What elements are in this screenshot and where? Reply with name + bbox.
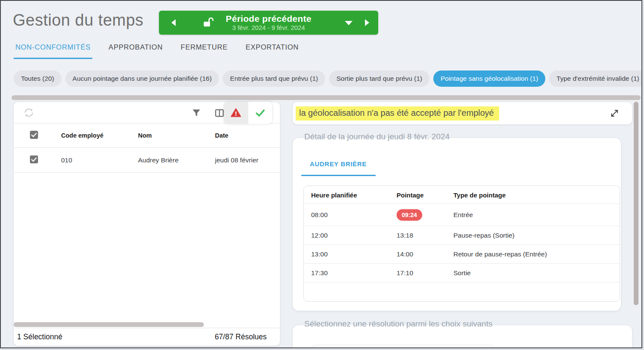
select-all-checkbox[interactable] (30, 131, 38, 140)
table-horizontal-scrollbar-thumb[interactable] (14, 322, 204, 327)
grid-toolbar (14, 102, 280, 124)
filter-chip-aucun-pointage[interactable]: Aucun pointage dans une journée planifié… (65, 71, 219, 87)
filter-button[interactable] (186, 102, 206, 124)
cell-type-pointage: Sortie (453, 269, 471, 277)
selected-count: 1 Sélectionné (17, 332, 62, 341)
nonconformities-panel: Code employé Nom Date 010 Audrey Brière … (14, 102, 280, 346)
day-detail-card: AUDREY BRIÈRE Heure planifiée Pointage T… (293, 138, 621, 311)
cell-heure-planifiee: 17:30 (311, 269, 328, 277)
resolved-count: 67/87 Résolues (215, 332, 267, 341)
columns-icon (214, 108, 225, 118)
punch-row: 12:00 13:18 Pause-repas (Sortie) (304, 226, 620, 245)
table-header-row: Code employé Nom Date (14, 124, 280, 148)
cell-heure-planifiee: 12:00 (311, 232, 328, 239)
filter-chip-entree-plus-tard[interactable]: Entrée plus tard que prévu (1) (223, 71, 325, 87)
gestion-du-temps-window: Gestion du temps Période précédente 3 fé… (0, 0, 642, 348)
column-header-heure-planifiee: Heure planifiée (311, 191, 357, 198)
main-tabs: NON-CONFORMITÉS APPROBATION FERMETURE EX… (14, 43, 300, 59)
punch-row: 08:00 09:24 Entrée (304, 204, 620, 226)
resolution-card (293, 325, 632, 348)
refresh-icon (23, 107, 35, 118)
punch-row: 13:00 14:00 Retour de pause-repas (Entré… (304, 245, 620, 264)
cell-pointage: 13:18 (397, 232, 413, 239)
column-header-pointage: Pointage (397, 191, 423, 198)
punch-table: Heure planifiée Pointage Type de pointag… (303, 185, 620, 302)
resolution-select[interactable] (313, 345, 492, 348)
cell-type-pointage: Pause-repas (Sortie) (453, 232, 515, 239)
resolution-legend: Sélectionnez une résolution parmi les ch… (304, 319, 492, 329)
cell-pointage: 14:00 (397, 250, 413, 258)
punch-table-footer (304, 282, 620, 302)
punch-table-header: Heure planifiée Pointage Type de pointag… (304, 186, 620, 204)
cell-heure-planifiee: 08:00 (311, 211, 328, 219)
funnel-icon (191, 108, 202, 118)
late-punch-badge: 09:24 (397, 209, 422, 221)
filter-chips: Toutes (20) Aucun pointage dans une jour… (14, 71, 642, 87)
tab-exportation[interactable]: EXPORTATION (244, 43, 300, 59)
filter-chip-type-extremite-invalide[interactable]: Type d'extrémité invalide (1) (549, 71, 642, 87)
cell-code-employe: 010 (61, 156, 72, 164)
caret-down-icon[interactable] (345, 21, 353, 25)
column-header-nom[interactable]: Nom (138, 132, 152, 139)
vertical-scrollbar-thumb[interactable] (634, 102, 638, 305)
page-title: Gestion du temps (13, 11, 144, 29)
period-selector[interactable]: Période précédente 3 févr. 2024 - 9 févr… (159, 11, 378, 35)
chevron-right-icon (365, 19, 369, 26)
tab-non-conformites[interactable]: NON-CONFORMITÉS (14, 43, 92, 59)
show-resolved-button[interactable] (248, 102, 273, 124)
expand-icon (610, 109, 619, 118)
show-unresolved-button[interactable] (224, 102, 248, 124)
table-row[interactable]: 010 Audrey Brière jeudi 08 février (14, 148, 280, 173)
row-checkbox[interactable] (30, 155, 38, 165)
tab-employee-audrey-briere[interactable]: AUDREY BRIÈRE (310, 160, 367, 168)
cell-type-pointage: Retour de pause-repas (Entrée) (453, 250, 547, 258)
detail-legend: Détail de la journée du jeudi 8 févr. 20… (304, 132, 450, 141)
refresh-button[interactable] (23, 107, 35, 118)
tab-employee-underline (301, 175, 376, 176)
column-header-code-employe[interactable]: Code employé (61, 132, 103, 139)
nonconformity-message: la géolocalisation n'a pas été accepté p… (296, 106, 499, 121)
warning-triangle-icon (230, 107, 241, 118)
punch-row: 17:30 17:10 Sortie (304, 264, 620, 282)
horizontal-scrollbar-thumb[interactable] (12, 95, 641, 100)
cell-heure-planifiee: 13:00 (311, 250, 328, 258)
checkbox-checked-icon (30, 131, 38, 139)
filter-chip-pointage-sans-geolocalisation[interactable]: Pointage sans géolocalisation (1) (433, 71, 545, 87)
cell-nom: Audrey Brière (138, 156, 179, 164)
column-header-type-de-pointage: Type de pointage (453, 191, 506, 198)
next-period-button[interactable] (359, 11, 375, 35)
nonconformity-message-card: la géolocalisation n'a pas été accepté p… (293, 102, 632, 124)
expand-button[interactable] (610, 109, 619, 118)
resolution-state-toggle (224, 102, 272, 124)
tab-approbation[interactable]: APPROBATION (107, 43, 165, 59)
cell-type-pointage: Entrée (453, 211, 473, 219)
tab-fermeture[interactable]: FERMETURE (179, 43, 229, 59)
cell-pointage: 17:10 (397, 269, 413, 277)
grid-statusbar: 1 Sélectionné 67/87 Résolues (14, 328, 280, 346)
filter-chip-toutes[interactable]: Toutes (20) (14, 71, 62, 87)
column-header-date[interactable]: Date (215, 132, 228, 139)
cell-date: jeudi 08 février (215, 156, 259, 164)
checkbox-checked-icon (30, 155, 38, 163)
filter-chip-sortie-plus-tard[interactable]: Sortie plus tard que prévu (1) (329, 71, 429, 87)
check-icon (255, 107, 266, 118)
